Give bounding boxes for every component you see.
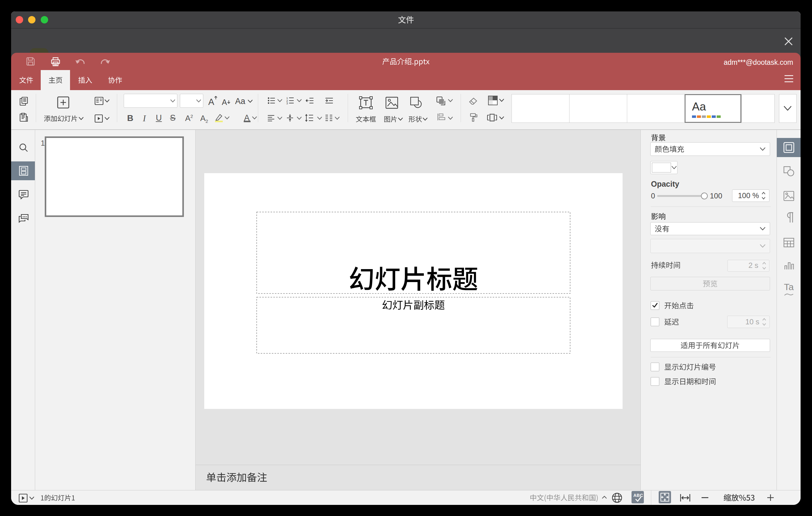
svg-text:3: 3 — [286, 102, 288, 105]
